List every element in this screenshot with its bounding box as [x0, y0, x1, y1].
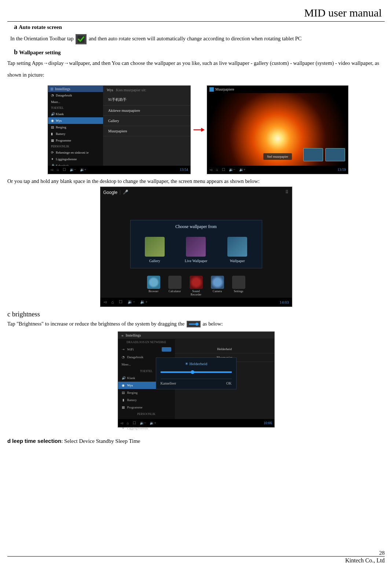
shot1-item[interactable]: Programme	[56, 139, 71, 142]
shot4-cat0: DRAADLOOS EN NETWERKE	[118, 339, 175, 345]
storage-icon: ▤	[51, 125, 54, 129]
volume-up-icon[interactable]: 🔉+	[140, 300, 147, 304]
volume-up-icon[interactable]: 🔉+	[239, 168, 246, 172]
shot1-item[interactable]: Battery	[56, 132, 66, 136]
shot4-item-selected[interactable]: Wys	[127, 383, 133, 387]
home-icon[interactable]: ⌂	[57, 168, 59, 172]
home-icon[interactable]: ⌂	[111, 300, 114, 304]
section-b-label: b	[14, 48, 18, 56]
apps-grid-icon[interactable]: ⠿	[285, 190, 289, 195]
shot1-right-sub: Kies muurpapier uit:	[116, 88, 146, 92]
section-d-label: d	[7, 438, 11, 444]
brightness-slider[interactable]	[161, 371, 232, 373]
mic-round-icon	[190, 276, 203, 289]
set-wallpaper-button[interactable]: Stel muurpapier	[263, 153, 292, 160]
page-header: MID user manual	[7, 7, 385, 19]
shot1-item[interactable]: Meer...	[51, 100, 60, 104]
shot4-item[interactable]: Datagebruik	[127, 355, 143, 359]
shot1-item[interactable]: Liggingsdienste	[56, 157, 77, 161]
back-icon[interactable]: ◅	[103, 300, 106, 304]
battery-icon: ▮	[51, 132, 54, 135]
option-live-wallpaper[interactable]: Live Wallpaper	[179, 237, 212, 263]
shot1-right-item[interactable]: Aktiewe muurpapiere	[103, 106, 190, 116]
shot1-right-item[interactable]: Gallery	[103, 116, 190, 126]
home-icon[interactable]: ⌂	[216, 168, 218, 172]
home-icon[interactable]: ⌂	[127, 421, 129, 425]
screenshot-settings-display: Instellings ◔Datagebruik Meer... TOESTEL…	[48, 85, 191, 174]
page-number: 28	[7, 550, 385, 556]
shot1-item[interactable]: Rekeninge en sinkroni ie	[56, 151, 89, 154]
volume-down-icon[interactable]: 🔉−	[128, 300, 135, 304]
ok-button[interactable]: OK	[226, 381, 231, 385]
shot1-right-item[interactable]: 91手机助手	[103, 94, 190, 106]
shot1-item[interactable]: Datagebruik	[56, 93, 72, 97]
shot3-time: 14:03	[279, 300, 289, 304]
shot1-right-item[interactable]: Muurpapiere	[103, 126, 190, 136]
recent-icon[interactable]: ☐	[119, 300, 122, 304]
display-icon: ◉	[122, 383, 125, 387]
shot4-item[interactable]: Meer...	[122, 363, 131, 366]
shot1-item[interactable]: Klank	[56, 112, 64, 116]
picture-icon	[209, 87, 214, 92]
volume-down-icon[interactable]: 🔉−	[140, 421, 146, 425]
svg-rect-2	[51, 89, 53, 89]
shot4-item[interactable]: Programme	[127, 405, 143, 409]
option-wallpaper[interactable]: Wallpaper	[221, 237, 254, 263]
svg-rect-1	[51, 88, 53, 88]
speaker-icon: 🔊	[122, 376, 125, 379]
back-icon[interactable]: ◅	[50, 168, 53, 172]
dock-calculator[interactable]: Calculator	[167, 276, 183, 296]
volume-down-icon[interactable]: 🔉−	[229, 168, 235, 172]
apps-icon: ▦	[122, 405, 125, 409]
storage-icon: ▤	[122, 391, 125, 394]
shot4-item[interactable]: Berging	[127, 391, 138, 394]
section-a-label: a	[14, 23, 17, 30]
arrow-right-icon: →	[64, 60, 69, 66]
shot4-row[interactable]: Helderheid	[175, 345, 274, 353]
screenshot-brightness-dialog: ≡Instellings DRAADLOOS EN NETWERKE ⇢WiFi…	[118, 331, 275, 427]
wifi-toggle[interactable]	[162, 347, 171, 352]
volume-down-icon[interactable]: 🔉−	[70, 168, 76, 172]
footer-rule	[7, 556, 385, 557]
arrow-right-icon: →	[43, 60, 48, 66]
shot1-cat1: TOESTEL	[48, 105, 103, 111]
cancel-button[interactable]: Kanselleer	[161, 381, 176, 385]
back-icon[interactable]: ◅	[120, 421, 123, 425]
recent-icon[interactable]: ☐	[63, 168, 66, 172]
back-icon[interactable]: ◅	[209, 168, 212, 172]
wallpaper-thumb[interactable]	[303, 148, 323, 161]
apps-icon: ▦	[51, 139, 54, 142]
data-usage-icon: ◔	[122, 355, 125, 359]
option-gallery[interactable]: Gallery	[138, 237, 171, 263]
shot1-header: Instellings	[55, 87, 70, 91]
header-rule	[7, 21, 385, 22]
dock-settings[interactable]: Settings	[231, 276, 247, 296]
dock-recorder[interactable]: Sound Recorder	[188, 276, 204, 296]
shot4-item[interactable]: Battery	[127, 398, 137, 402]
mic-icon[interactable]: 🎤	[123, 190, 128, 195]
display-icon: ◉	[51, 119, 54, 122]
recent-icon[interactable]: ☐	[133, 421, 136, 425]
gallery-icon	[145, 237, 165, 257]
shot4-item[interactable]: Klank	[127, 376, 135, 380]
volume-up-icon[interactable]: 🔉+	[150, 421, 156, 425]
shot1-item-selected[interactable]: Wys	[56, 119, 62, 122]
recent-icon[interactable]: ☐	[222, 168, 225, 172]
calculator-icon	[168, 276, 182, 289]
shot1-time: 13:54	[180, 168, 188, 172]
screenshot-choose-wallpaper-dialog: Google | 🎤 ⠿ Choose wallpaper from Galle…	[100, 187, 292, 307]
shot4-item[interactable]: WiFi	[127, 348, 134, 351]
volume-up-icon[interactable]: 🔉+	[80, 168, 87, 172]
section-d-rest: : Select Device Standby Sleep Time	[61, 438, 140, 444]
shot1-right-header: Wys	[107, 88, 113, 92]
section-a-text-after: and then auto rotate screen will automat…	[89, 36, 302, 41]
dock-browser[interactable]: Browser	[146, 276, 162, 296]
wallpaper-thumb[interactable]	[325, 148, 345, 161]
google-search-label[interactable]: Google	[103, 190, 118, 195]
shot1-item[interactable]: Berging	[56, 125, 66, 129]
svg-marker-5	[201, 128, 205, 132]
brightness-dialog-title: Helderheid	[189, 361, 207, 366]
dock-camera[interactable]: Camera	[209, 276, 226, 296]
footer-company: Kintech Co., Ltd	[7, 557, 385, 564]
choose-wallpaper-dialog: Choose wallpaper from Gallery Live Wallp…	[130, 220, 262, 268]
